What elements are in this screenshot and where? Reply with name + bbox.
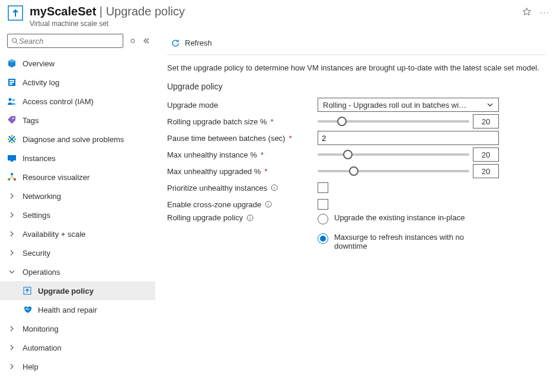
batch-size-value[interactable]: 20 [473,114,499,128]
radio-inplace[interactable] [318,214,328,224]
nav-label: Operations [23,268,60,277]
nav-group-security[interactable]: Security [0,243,155,262]
chevron-right-icon [7,231,17,237]
nav-group-operations[interactable]: Operations [0,262,155,281]
page-header: myScaleSet | Upgrade policy Virtual mach… [0,0,557,31]
info-icon[interactable]: i [247,214,254,221]
svg-point-1 [12,38,17,42]
visualizer-icon [7,172,17,182]
nav-label: Availability + scale [23,230,85,239]
pause-time-label: Pause time between batches (sec) * [167,134,318,143]
chevron-right-icon [7,326,17,332]
svg-rect-11 [8,155,16,160]
rolling-policy-label: Rolling upgrade policy i [167,213,318,222]
svg-point-8 [9,98,12,101]
search-icon [11,37,19,45]
chevron-right-icon [7,364,17,369]
nav-health-repair[interactable]: Health and repair [0,300,155,319]
nav-access-control[interactable]: Access control (IAM) [0,92,155,111]
max-unhealthy-upgraded-value[interactable]: 20 [473,164,499,178]
nav-resource-visualizer[interactable]: Resource visualizer [0,168,155,187]
diagnose-icon [7,134,17,144]
description: Set the upgrade policy to determine how … [167,63,545,72]
pause-time-input[interactable] [318,131,499,145]
log-icon [7,78,17,87]
radio-maxsurge-label: Maxsurge to refresh instances with no do… [334,233,488,250]
nav-group-help[interactable]: Help [0,357,155,376]
nav-label: Monitoring [23,324,59,333]
pin-icon[interactable] [129,37,136,44]
nav-group-availability[interactable]: Availability + scale [0,224,155,243]
collapse-sidebar-icon[interactable] [142,37,149,44]
nav-label: Networking [23,192,61,201]
upgrade-mode-select[interactable]: Rolling - Upgrades roll out in batches w… [318,98,499,112]
cube-icon [7,59,17,68]
nav-label: Upgrade policy [38,287,94,295]
svg-point-3 [131,39,135,43]
refresh-button[interactable]: Refresh [167,36,216,50]
max-unhealthy-upgraded-slider[interactable] [318,166,469,176]
nav-group-settings[interactable]: Settings [0,205,155,224]
health-icon [23,305,32,314]
svg-point-13 [11,173,13,175]
people-icon [7,97,17,106]
max-unhealthy-slider[interactable] [318,150,469,159]
nav-overview[interactable]: Overview [0,54,155,73]
instances-icon [7,153,17,163]
batch-size-label: Rolling upgrade batch size % * [167,117,318,126]
cross-zone-checkbox[interactable] [318,199,328,210]
upgrade-mode-label: Upgrade mode [167,101,318,110]
tag-icon [7,115,17,125]
max-unhealthy-label: Max unhealthy instance % * [167,150,318,159]
nav-group-automation[interactable]: Automation [0,338,155,357]
nav-activity-log[interactable]: Activity log [0,73,155,92]
info-icon[interactable]: i [271,184,278,191]
chevron-down-icon [7,269,17,275]
prioritize-checkbox[interactable] [318,182,328,193]
select-value: Rolling - Upgrades roll out in batches w… [323,101,466,110]
chevron-right-icon [7,345,17,351]
svg-line-2 [16,42,18,44]
svg-point-9 [12,99,15,101]
svg-point-10 [12,118,14,120]
favorite-icon[interactable] [522,7,532,17]
toolbar: Refresh [167,31,545,55]
refresh-label: Refresh [185,38,212,47]
resource-name: myScaleSet [30,5,96,18]
nav-label: Settings [23,211,50,220]
batch-size-slider[interactable] [318,117,469,126]
cross-zone-label: Enable cross-zone upgrade i [167,200,318,209]
nav-label: Help [23,362,39,371]
chevron-right-icon [7,212,17,218]
nav-tags[interactable]: Tags [0,111,155,130]
chevron-right-icon [7,193,17,199]
more-icon[interactable]: ··· [540,8,550,17]
nav-label: Tags [23,116,39,125]
svg-rect-6 [9,82,14,83]
prioritize-label: Prioritize unhealthy instances i [167,184,318,192]
nav-label: Resource visualizer [23,173,89,182]
page-name: Upgrade policy [106,5,185,18]
radio-inplace-label: Upgrade the existing instance in-place [334,213,465,222]
nav-label: Security [23,249,50,258]
nav-upgrade-policy[interactable]: Upgrade policy [0,281,155,300]
search-input[interactable] [7,34,123,48]
svg-rect-12 [11,160,13,162]
radio-maxsurge[interactable] [318,233,328,244]
nav-diagnose[interactable]: Diagnose and solve problems [0,130,155,149]
info-icon[interactable]: i [265,201,272,208]
max-unhealthy-value[interactable]: 20 [473,147,499,162]
nav-label: Activity log [23,78,59,87]
nav-label: Access control (IAM) [23,97,94,106]
nav-group-networking[interactable]: Networking [0,187,155,205]
nav-group-monitoring[interactable]: Monitoring [0,319,155,338]
svg-rect-5 [9,80,14,81]
resource-type: Virtual machine scale set [30,20,522,28]
nav: Overview Activity log Access control (IA… [0,53,155,377]
nav-instances[interactable]: Instances [0,149,155,168]
svg-rect-7 [9,83,12,85]
svg-text:i: i [268,202,269,207]
nav-label: Diagnose and solve problems [23,135,124,144]
chevron-right-icon [7,250,17,256]
sidebar: Overview Activity log Access control (IA… [0,31,155,392]
